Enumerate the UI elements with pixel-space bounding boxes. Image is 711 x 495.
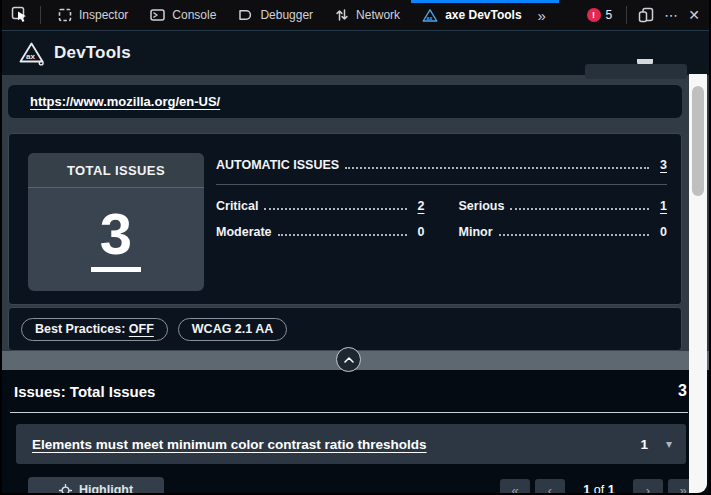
dotted-leader: [264, 208, 406, 210]
issues-summary-panel: TOTAL ISSUES 3 AUTOMATIC ISSUES 3 Critic…: [8, 133, 682, 305]
axe-logo-icon: ax: [18, 40, 45, 67]
responsive-design-icon: [638, 7, 654, 23]
toolbar-divider: [626, 6, 627, 24]
issues-list-region: Issues: Total Issues 3 Elements must mee…: [0, 370, 711, 495]
dotted-leader: [345, 167, 649, 169]
close-devtools-button[interactable]: ✕: [683, 2, 705, 28]
devtools-tabbar: Inspector Console Debugger: [0, 0, 711, 31]
tab-debugger[interactable]: Debugger: [227, 0, 324, 31]
issues-divider: [10, 412, 688, 413]
scrollbar-thumb[interactable]: [692, 86, 704, 196]
scan-summary-region: https://www.mozilla.org/en-US/ TOTAL ISS…: [0, 75, 711, 371]
devtools-window: Inspector Console Debugger: [0, 0, 711, 495]
moderate-count: 0: [413, 225, 425, 239]
tab-inspector[interactable]: Inspector: [47, 0, 139, 31]
summary-divider: [216, 184, 667, 185]
automatic-issues-count-link[interactable]: 3: [655, 158, 667, 172]
toolbar-divider: [40, 6, 41, 24]
dotted-leader: [510, 208, 649, 210]
issues-section-count: 3: [678, 382, 687, 400]
tab-network[interactable]: Network: [324, 0, 411, 31]
severity-breakdown: AUTOMATIC ISSUES 3 Critical 2 Serious 1: [216, 158, 667, 239]
tab-label: Debugger: [260, 8, 313, 22]
inspector-icon: [58, 8, 72, 22]
devtools-meatball-menu-button[interactable]: ⋯: [659, 2, 683, 28]
element-picker-icon: [11, 6, 29, 24]
panel-title: DevTools: [54, 43, 131, 63]
wcag-label: WCAG 2.1 AA: [192, 322, 274, 336]
issue-title-link[interactable]: Elements must meet minimum color contras…: [32, 437, 427, 452]
element-picker-button[interactable]: [6, 2, 34, 28]
issues-section-heading: Issues: Total Issues: [14, 383, 155, 400]
tab-label: Network: [356, 8, 400, 22]
axe-triangle-icon: ax: [422, 8, 438, 23]
minor-count: 0: [655, 225, 667, 239]
critical-count-link[interactable]: 2: [413, 199, 425, 213]
scanned-url-card: https://www.mozilla.org/en-US/: [8, 85, 682, 118]
total-issues-label: TOTAL ISSUES: [28, 153, 204, 188]
automatic-issues-label: AUTOMATIC ISSUES: [216, 158, 339, 172]
responsive-design-mode-button[interactable]: [633, 2, 659, 28]
issue-row[interactable]: Elements must meet minimum color contras…: [16, 424, 686, 464]
wcag-standard-pill[interactable]: WCAG 2.1 AA: [178, 318, 288, 341]
close-icon: ✕: [688, 7, 700, 23]
window-frame-left: [0, 0, 2, 495]
issue-instance-count: 1: [640, 437, 648, 452]
severity-label: Minor: [459, 225, 493, 239]
more-options-icon: ⋯: [664, 7, 678, 23]
dotted-leader: [499, 234, 649, 236]
error-count: 5: [606, 8, 613, 22]
debugger-icon: [238, 8, 253, 22]
best-practices-label: Best Practices:: [35, 322, 125, 336]
network-updown-icon: [335, 8, 349, 22]
automatic-issues-row: AUTOMATIC ISSUES 3: [216, 158, 667, 172]
svg-text:ax: ax: [26, 51, 35, 60]
console-icon: [150, 8, 165, 22]
best-practices-toggle-pill[interactable]: Best Practices: OFF: [21, 318, 168, 341]
collapse-summary-button[interactable]: [336, 347, 361, 372]
double-chevron-icon: »: [538, 7, 545, 24]
total-issues-value[interactable]: 3: [91, 205, 141, 272]
svg-text:ax: ax: [427, 14, 433, 20]
severity-label: Serious: [459, 199, 505, 213]
severity-row-critical: Critical 2: [216, 199, 425, 213]
best-practices-value: OFF: [129, 322, 154, 336]
dotted-leader: [278, 234, 407, 236]
total-issues-card[interactable]: TOTAL ISSUES 3: [28, 153, 204, 291]
scanned-url-link[interactable]: https://www.mozilla.org/en-US/: [30, 94, 220, 109]
severity-label: Moderate: [216, 225, 272, 239]
tab-label: axe DevTools: [445, 8, 521, 22]
expand-issue-caret-icon[interactable]: ▾: [666, 437, 672, 451]
serious-count-link[interactable]: 1: [655, 199, 667, 213]
tab-label: Inspector: [79, 8, 128, 22]
tab-axe-devtools[interactable]: ax axe DevTools: [411, 0, 532, 31]
scrollbar-track[interactable]: [689, 74, 707, 493]
severity-row-moderate: Moderate 0: [216, 225, 425, 239]
severity-row-serious: Serious 1: [459, 199, 668, 213]
severity-row-minor: Minor 0: [459, 225, 668, 239]
scan-options-card: Best Practices: OFF WCAG 2.1 AA: [8, 307, 682, 351]
tabbar-right-group: ! 5 ⋯ ✕: [587, 2, 705, 28]
tab-label: Console: [172, 8, 216, 22]
all-tabs-chevron-button[interactable]: »: [533, 2, 550, 28]
error-badge-icon[interactable]: !: [587, 8, 601, 22]
tab-console[interactable]: Console: [139, 0, 227, 31]
severity-label: Critical: [216, 199, 258, 213]
tooltip-box-remnant: [585, 64, 687, 79]
chevron-up-icon: [342, 355, 356, 365]
